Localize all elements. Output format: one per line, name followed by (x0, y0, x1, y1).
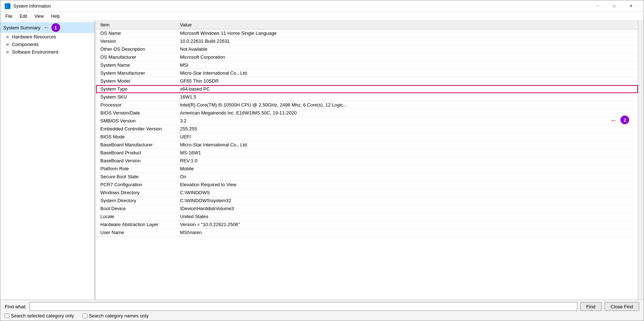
table-cell-item: Processor (96, 101, 176, 109)
table-row[interactable]: Secure Boot StateOn (96, 173, 638, 181)
table-row[interactable]: BIOS ModeUEFI (96, 133, 638, 141)
table-row[interactable]: OS ManufacturerMicrosoft Corporation (96, 53, 638, 61)
table-cell-value: MSI (176, 61, 638, 69)
sidebar-item-system-summary[interactable]: System Summary ← 1 (0, 22, 94, 33)
menu-edit[interactable]: Edit (16, 13, 31, 20)
hardware-resources-label: Hardware Resources (12, 34, 56, 39)
col-header-item: Item (96, 21, 176, 29)
minimize-button[interactable]: − (589, 0, 606, 12)
system-summary-label: System Summary (3, 25, 41, 30)
table-row[interactable]: User NameMSI\naren (96, 229, 638, 237)
expander-software: ⊞ (6, 50, 11, 54)
data-table: Item Value OS NameMicrosoft Windows 11 H… (96, 21, 638, 237)
sidebar-item-hardware-resources[interactable]: ⊞ Hardware Resources (0, 33, 94, 41)
table-cell-item: User Name (96, 229, 176, 237)
table-cell-item: PCR7 Configuration (96, 181, 176, 189)
table-row[interactable]: Hardware Abstraction LayerVersion = "10.… (96, 221, 638, 229)
bottom-bar: Find what: Find Close Find Search select… (0, 300, 644, 321)
table-cell-item: BIOS Mode (96, 133, 176, 141)
checkbox-category-names[interactable] (83, 313, 87, 318)
table-row[interactable]: BaseBoard VersionREV:1.0 (96, 157, 638, 165)
table-row[interactable]: BaseBoard ManufacturerMicro-Star Interna… (96, 141, 638, 149)
table-row[interactable]: System ModelGF65 Thin 10SDR (96, 77, 638, 85)
table-row[interactable]: Other OS DescriptionNot Available (96, 45, 638, 53)
maximize-button[interactable]: □ (606, 0, 623, 12)
table-row[interactable]: System Typex64-based PC (96, 85, 638, 93)
table-row[interactable]: System DirectoryC:\WINDOWS\system32 (96, 197, 638, 205)
main-window: i System Information − □ ✕ File Edit Vie… (0, 0, 644, 321)
table-cell-item: Hardware Abstraction Layer (96, 221, 176, 229)
data-table-container[interactable]: Item Value OS NameMicrosoft Windows 11 H… (96, 21, 638, 300)
menu-file[interactable]: File (2, 13, 16, 20)
table-cell-value: x64-based PC (176, 85, 638, 93)
content-area: Item Value OS NameMicrosoft Windows 11 H… (96, 21, 638, 300)
table-cell-value: On (176, 173, 638, 181)
find-button[interactable]: Find (580, 302, 602, 311)
annotation-arrow-1: ← (43, 24, 50, 32)
window-title: System Information (13, 4, 589, 9)
menu-help[interactable]: Help (47, 13, 64, 20)
table-cell-item: System Name (96, 61, 176, 69)
table-row[interactable]: LocaleUnited States (96, 213, 638, 221)
table-cell-item: OS Name (96, 29, 176, 37)
table-row[interactable]: Version10.0.22631 Build 22631 (96, 37, 638, 45)
table-cell-item: BaseBoard Manufacturer (96, 141, 176, 149)
table-cell-value: GF65 Thin 10SDR (176, 77, 638, 85)
annotation-badge-1: 1 (51, 23, 60, 32)
table-row[interactable]: PCR7 ConfigurationElevation Required to … (96, 181, 638, 189)
close-find-button[interactable]: Close Find (605, 302, 639, 311)
table-cell-item: System Type (96, 85, 176, 93)
sidebar-item-components[interactable]: ⊞ Components (0, 41, 94, 48)
sidebar-item-software-environment[interactable]: ⊞ Software Environment (0, 48, 94, 56)
table-row[interactable]: System SKU16W1.5 (96, 93, 638, 101)
svg-text:i: i (6, 4, 7, 8)
find-input[interactable] (29, 302, 577, 311)
checkbox-1-label[interactable]: Search selected category only (5, 313, 74, 318)
table-cell-value: Elevation Required to View (176, 181, 638, 189)
close-button[interactable]: ✕ (623, 0, 639, 12)
table-cell-item: System SKU (96, 93, 176, 101)
table-cell-value: 10.0.22631 Build 22631 (176, 37, 638, 45)
table-row[interactable]: SMBIOS Version3.2 (96, 117, 638, 125)
svg-rect-0 (5, 3, 11, 9)
table-row[interactable]: ProcessorIntel(R) Core(TM) i5-10500H CPU… (96, 101, 638, 109)
table-cell-item: System Manufacturer (96, 69, 176, 77)
menu-view[interactable]: View (31, 13, 47, 20)
table-cell-value: Intel(R) Core(TM) i5-10500H CPU @ 2.50GH… (176, 101, 638, 109)
titlebar: i System Information − □ ✕ (0, 0, 644, 12)
table-cell-value: REV:1.0 (176, 157, 638, 165)
table-cell-item: BIOS Version/Date (96, 109, 176, 117)
table-cell-value: 16W1.5 (176, 93, 638, 101)
scrollbar[interactable] (638, 21, 644, 300)
table-cell-item: Embedded Controller Version (96, 125, 176, 133)
expander-hardware: ⊞ (6, 35, 11, 39)
window-controls: − □ ✕ (589, 0, 639, 12)
table-cell-value: 3.2 (176, 117, 638, 125)
table-cell-value: Mobile (176, 165, 638, 173)
checkbox-2-label[interactable]: Search category names only (83, 313, 149, 318)
table-cell-item: Platform Role (96, 165, 176, 173)
table-cell-value: United States (176, 213, 638, 221)
menubar: File Edit View Help (0, 12, 644, 21)
table-cell-item: Boot Device (96, 205, 176, 213)
table-cell-value: MS-16W1 (176, 149, 638, 157)
checkbox-row: Search selected category only Search cat… (5, 313, 639, 318)
checkbox-selected-category[interactable] (5, 313, 9, 318)
table-cell-item: Other OS Description (96, 45, 176, 53)
table-row[interactable]: Platform RoleMobile (96, 165, 638, 173)
table-cell-value: American Megatrends Inc. E16W1IMS.50C, 1… (176, 109, 638, 117)
table-row[interactable]: OS NameMicrosoft Windows 11 Home Single … (96, 29, 638, 37)
table-row[interactable]: Windows DirectoryC:\WINDOWS (96, 189, 638, 197)
table-row[interactable]: Embedded Controller Version255.255 (96, 125, 638, 133)
table-cell-value: Micro-Star International Co., Ltd. (176, 141, 638, 149)
table-cell-item: BaseBoard Version (96, 157, 176, 165)
table-row[interactable]: System NameMSI (96, 61, 638, 69)
table-row[interactable]: System ManufacturerMicro-Star Internatio… (96, 69, 638, 77)
table-row[interactable]: BaseBoard ProductMS-16W1 (96, 149, 638, 157)
table-cell-item: System Directory (96, 197, 176, 205)
table-row[interactable]: Boot Device\Device\HarddiskVolume3 (96, 205, 638, 213)
find-label: Find what: (5, 304, 26, 309)
table-cell-item: Locale (96, 213, 176, 221)
table-row[interactable]: BIOS Version/DateAmerican Megatrends Inc… (96, 109, 638, 117)
table-cell-value: Not Available (176, 45, 638, 53)
